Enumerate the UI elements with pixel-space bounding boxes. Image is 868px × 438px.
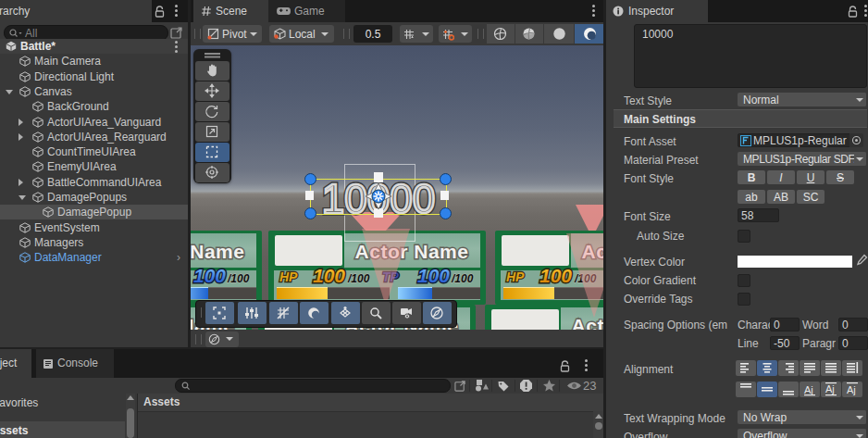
- svg-text:/100: /100: [451, 272, 474, 285]
- svg-text:Aj: Aj: [804, 384, 813, 395]
- svg-text:HP: HP: [506, 269, 525, 284]
- svg-text:Aj: Aj: [847, 384, 856, 395]
- svg-text:100: 100: [417, 265, 450, 286]
- svg-text:Aj: Aj: [825, 383, 835, 394]
- svg-text:Actor Name: Actor Name: [191, 241, 244, 262]
- svg-text:100: 100: [193, 265, 226, 286]
- svg-text:100: 100: [313, 265, 345, 286]
- svg-text:HP: HP: [279, 269, 298, 284]
- svg-text:/100: /100: [227, 272, 250, 285]
